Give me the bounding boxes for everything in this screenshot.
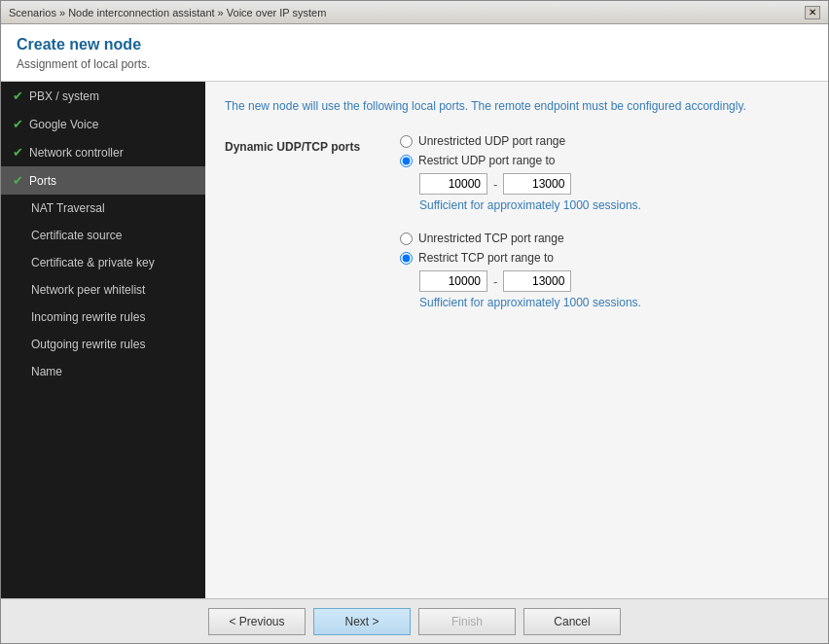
sidebar-item-ports[interactable]: ✔ Ports — [1, 166, 205, 195]
check-icon: ✔ — [13, 89, 23, 103]
tcp-restrict-label[interactable]: Restrict TCP port range to — [418, 251, 554, 265]
udp-unrestricted-row: Unrestricted UDP port range — [400, 134, 641, 148]
main-content: The new node will use the following loca… — [205, 82, 828, 598]
tcp-unrestricted-label[interactable]: Unrestricted TCP port range — [418, 232, 564, 245]
title-bar-text: Scenarios » Node interconnection assista… — [9, 7, 326, 18]
sidebar-item-google-voice[interactable]: ✔ Google Voice — [1, 110, 205, 138]
sidebar-item-nat-traversal[interactable]: NAT Traversal — [1, 195, 205, 222]
ports-section: Dynamic UDP/TCP ports Unrestricted UDP p… — [225, 134, 809, 309]
tcp-unrestricted-radio[interactable] — [400, 233, 413, 245]
info-text: The new node will use the following loca… — [225, 97, 809, 115]
sidebar-item-label: Google Voice — [29, 118, 98, 131]
tcp-sufficient-text: Sufficient for approximately 1000 sessio… — [419, 296, 641, 309]
tcp-section: Unrestricted TCP port range Restrict TCP… — [400, 232, 641, 309]
udp-restrict-label[interactable]: Restrict UDP port range to — [418, 154, 556, 167]
sidebar-item-label: PBX / system — [29, 89, 99, 103]
sidebar-item-label: Name — [31, 365, 62, 378]
page-title: Create new node — [17, 36, 812, 54]
tcp-unrestricted-row: Unrestricted TCP port range — [400, 232, 641, 245]
udp-sufficient-text: Sufficient for approximately 1000 sessio… — [419, 198, 641, 212]
sidebar-item-label: Ports — [29, 174, 56, 188]
close-button[interactable]: ✕ — [805, 6, 820, 19]
port-controls: Unrestricted UDP port range Restrict UDP… — [400, 134, 641, 309]
sidebar-item-certificate-key[interactable]: Certificate & private key — [1, 249, 205, 276]
sidebar-item-certificate-source[interactable]: Certificate source — [1, 222, 205, 249]
sidebar: ✔ PBX / system ✔ Google Voice ✔ Network … — [1, 82, 205, 598]
section-label: Dynamic UDP/TCP ports — [225, 134, 361, 154]
header-section: Create new node Assignment of local port… — [1, 24, 828, 82]
sidebar-item-network-controller[interactable]: ✔ Network controller — [1, 138, 205, 166]
sidebar-item-pbx-system[interactable]: ✔ PBX / system — [1, 82, 205, 110]
previous-button[interactable]: < Previous — [208, 608, 306, 635]
sidebar-item-name[interactable]: Name — [1, 358, 205, 385]
main-area: ✔ PBX / system ✔ Google Voice ✔ Network … — [1, 82, 828, 598]
udp-range-row: - — [419, 173, 641, 195]
check-icon: ✔ — [13, 145, 23, 160]
sidebar-item-label: Network controller — [29, 146, 124, 160]
udp-unrestricted-label[interactable]: Unrestricted UDP port range — [418, 134, 565, 148]
sidebar-item-label: Network peer whitelist — [31, 283, 145, 297]
sidebar-item-label: NAT Traversal — [31, 201, 105, 215]
content-area: Create new node Assignment of local port… — [1, 24, 828, 643]
sidebar-item-label: Outgoing rewrite rules — [31, 338, 145, 351]
sidebar-item-outgoing-rewrite-rules[interactable]: Outgoing rewrite rules — [1, 331, 205, 358]
tcp-restrict-row: Restrict TCP port range to — [400, 251, 641, 265]
sidebar-item-incoming-rewrite-rules[interactable]: Incoming rewrite rules — [1, 304, 205, 331]
udp-range-dash: - — [493, 177, 497, 192]
udp-to-input[interactable] — [503, 173, 571, 195]
tcp-restrict-radio[interactable] — [400, 252, 413, 265]
udp-restrict-row: Restrict UDP port range to — [400, 154, 641, 167]
udp-restrict-radio[interactable] — [400, 155, 413, 167]
tcp-from-input[interactable] — [419, 270, 487, 292]
udp-section: Unrestricted UDP port range Restrict UDP… — [400, 134, 641, 212]
finish-button[interactable]: Finish — [418, 608, 516, 635]
udp-unrestricted-radio[interactable] — [400, 135, 413, 148]
title-bar: Scenarios » Node interconnection assista… — [1, 1, 828, 24]
udp-from-input[interactable] — [419, 173, 487, 195]
main-window: Scenarios » Node interconnection assista… — [0, 0, 829, 644]
footer: < Previous Next > Finish Cancel — [1, 598, 828, 643]
tcp-to-input[interactable] — [503, 270, 571, 292]
cancel-button[interactable]: Cancel — [523, 608, 621, 635]
next-button[interactable]: Next > — [313, 608, 411, 635]
check-icon: ✔ — [13, 117, 23, 131]
check-icon: ✔ — [13, 173, 23, 188]
sidebar-item-label: Incoming rewrite rules — [31, 310, 145, 324]
sidebar-item-network-peer-whitelist[interactable]: Network peer whitelist — [1, 276, 205, 304]
sidebar-item-label: Certificate & private key — [31, 256, 155, 269]
tcp-range-dash: - — [493, 274, 497, 289]
page-subtitle: Assignment of local ports. — [17, 57, 812, 71]
tcp-range-row: - — [419, 270, 641, 292]
sidebar-item-label: Certificate source — [31, 229, 122, 242]
